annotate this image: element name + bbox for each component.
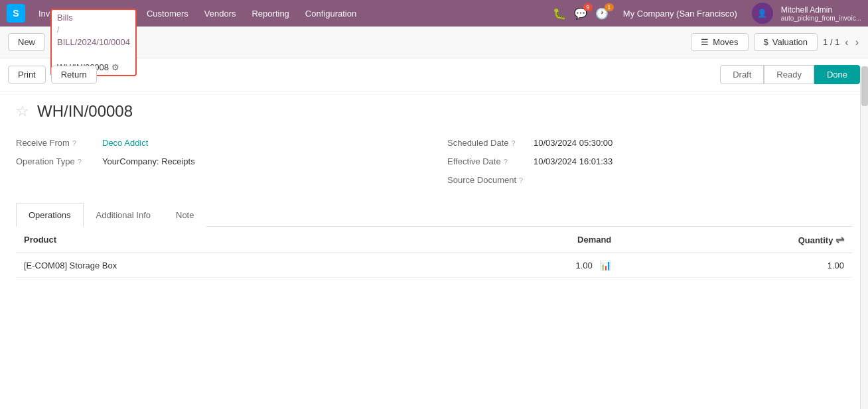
operation-type-value: YourCompany: Receipts xyxy=(102,156,195,166)
pager-prev-button[interactable]: ‹ xyxy=(843,35,849,50)
moves-icon: ☰ xyxy=(701,37,709,47)
valuation-icon: $ xyxy=(764,37,768,47)
scheduled-date-label: Scheduled Date ? xyxy=(447,138,534,148)
forecast-chart-icon[interactable]: 📊 xyxy=(600,260,611,270)
scrollbar[interactable] xyxy=(860,66,868,409)
nav-reporting[interactable]: Reporting xyxy=(245,6,295,21)
record-header: ☆ WH/IN/00008 xyxy=(16,102,852,121)
right-fields: Scheduled Date ? 10/03/2024 05:30:00 Eff… xyxy=(447,134,852,190)
print-button[interactable]: Print xyxy=(8,66,46,84)
chat-icon-button[interactable]: 💬 9 xyxy=(574,7,587,20)
operation-type-help-icon[interactable]: ? xyxy=(78,158,82,166)
avatar[interactable]: 👤 xyxy=(752,3,773,24)
col-product-header: Product xyxy=(16,227,425,253)
product-cell: [E-COM08] Storage Box xyxy=(16,253,425,278)
breadcrumb-separator: / xyxy=(57,25,59,34)
receive-from-value[interactable]: Deco Addict xyxy=(102,138,148,148)
scrollbar-thumb[interactable] xyxy=(861,66,868,106)
status-bar: Draft Ready Done xyxy=(720,65,860,84)
receive-from-help-icon[interactable]: ? xyxy=(72,139,76,147)
main-content: ☆ WH/IN/00008 Receive From ? Deco Addict… xyxy=(0,91,868,409)
source-document-field: Source Document ? xyxy=(447,171,852,190)
valuation-label: Valuation xyxy=(772,37,808,47)
breadcrumb-bills-link[interactable]: Bills xyxy=(57,13,73,23)
left-fields: Receive From ? Deco Addict Operation Typ… xyxy=(16,134,421,190)
source-document-help-icon[interactable]: ? xyxy=(519,176,523,184)
tab-operations[interactable]: Operations xyxy=(16,203,84,227)
user-info[interactable]: Mitchell Admin auto_picking_from_invoic.… xyxy=(781,5,861,22)
operation-type-field: Operation Type ? YourCompany: Receipts xyxy=(16,152,421,171)
quantity-cell: 1.00 xyxy=(619,253,852,278)
operations-table: Product Demand Quantity ⇌ [E-COM08] Stor… xyxy=(16,227,852,278)
adjust-columns-icon[interactable]: ⇌ xyxy=(835,234,844,245)
effective-date-label: Effective Date ? xyxy=(447,156,534,166)
nav-vendors[interactable]: Vendors xyxy=(198,6,243,21)
receive-from-field: Receive From ? Deco Addict xyxy=(16,134,421,152)
secondary-toolbar: New Bills / BILL/2024/10/0004 WH/IN/0000… xyxy=(0,27,868,58)
favorite-star-icon[interactable]: ☆ xyxy=(16,103,29,120)
company-name[interactable]: My Company (San Francisco) xyxy=(623,9,737,19)
col-quantity-header: Quantity ⇌ xyxy=(619,227,852,253)
nav-customers[interactable]: Customers xyxy=(140,6,195,21)
effective-date-help-icon[interactable]: ? xyxy=(504,158,508,166)
tab-additional-info[interactable]: Additional Info xyxy=(84,203,163,227)
fields-grid: Receive From ? Deco Addict Operation Typ… xyxy=(16,134,852,190)
nav-icons: 🐛 💬 9 🕐 1 My Company (San Francisco) 👤 M… xyxy=(553,3,861,24)
pager: 1 / 1 ‹ › xyxy=(823,35,860,50)
branch-info: auto_picking_from_invoic... xyxy=(781,15,861,22)
record-title: WH/IN/00008 xyxy=(37,102,133,121)
username: Mitchell Admin xyxy=(781,5,861,15)
tabs: Operations Additional Info Note xyxy=(16,203,852,227)
pager-next-button[interactable]: › xyxy=(854,35,860,50)
status-ready-button[interactable]: Ready xyxy=(764,65,814,84)
receive-from-label: Receive From ? xyxy=(16,138,102,148)
valuation-button[interactable]: $ Valuation xyxy=(754,33,818,51)
nav-configuration[interactable]: Configuration xyxy=(299,6,363,21)
moves-label: Moves xyxy=(713,37,738,47)
table-header-row: Product Demand Quantity ⇌ xyxy=(16,227,852,253)
toolbar-actions: ☰ Moves $ Valuation 1 / 1 ‹ › xyxy=(691,33,860,51)
settings-gear-icon[interactable]: ⚙ xyxy=(111,62,119,72)
demand-cell: 1.00 📊 xyxy=(425,253,620,278)
moves-button[interactable]: ☰ Moves xyxy=(691,33,748,51)
scheduled-date-field: Scheduled Date ? 10/03/2024 05:30:00 xyxy=(447,134,852,152)
bug-icon-button[interactable]: 🐛 xyxy=(553,7,566,20)
effective-date-field: Effective Date ? 10/03/2024 16:01:33 xyxy=(447,152,852,171)
col-demand-header: Demand xyxy=(425,227,620,253)
activity-icon-button[interactable]: 🕐 1 xyxy=(595,7,609,20)
operation-type-label: Operation Type ? xyxy=(16,156,102,166)
activity-badge: 1 xyxy=(605,3,614,11)
tab-note[interactable]: Note xyxy=(163,203,206,227)
return-button[interactable]: Return xyxy=(51,66,97,84)
scheduled-date-value: 10/03/2024 05:30:00 xyxy=(534,138,613,148)
breadcrumb-bill-link[interactable]: BILL/2024/10/0004 xyxy=(57,37,130,47)
new-button[interactable]: New xyxy=(8,33,45,51)
table-row: [E-COM08] Storage Box 1.00 📊 1.00 xyxy=(16,253,852,278)
source-document-label: Source Document ? xyxy=(447,175,534,185)
pager-text: 1 / 1 xyxy=(823,37,839,47)
scheduled-date-help-icon[interactable]: ? xyxy=(512,139,516,147)
app-logo[interactable]: S xyxy=(7,4,25,23)
status-done-button[interactable]: Done xyxy=(814,65,860,84)
status-draft-button[interactable]: Draft xyxy=(720,65,764,84)
chat-badge: 9 xyxy=(583,3,593,11)
effective-date-value: 10/03/2024 16:01:33 xyxy=(534,156,613,166)
